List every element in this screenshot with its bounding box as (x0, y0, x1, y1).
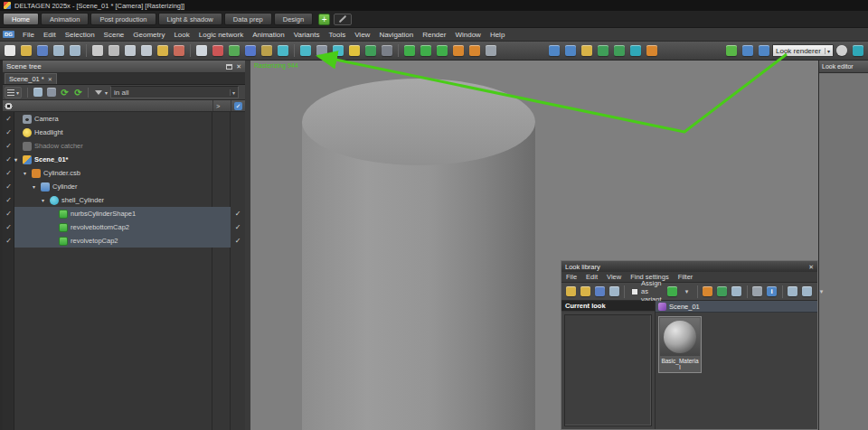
ribbon-tab-data-prep[interactable]: Data prep (224, 13, 272, 25)
new-scene-icon[interactable] (3, 43, 17, 58)
translate-tool-icon[interactable] (211, 43, 225, 58)
compare-views-icon[interactable] (757, 43, 771, 58)
cylinder-top-face[interactable] (302, 79, 535, 165)
visibility-checkmark[interactable]: ✓ (3, 115, 14, 123)
measurement-icon[interactable] (645, 43, 659, 58)
copy-look-icon[interactable] (419, 43, 433, 58)
material-tile[interactable]: Basic_Material (658, 316, 702, 373)
center-pivot-icon[interactable] (276, 43, 290, 58)
render-layers-icon[interactable] (724, 43, 739, 58)
ribbon-tab-home[interactable]: Home (3, 13, 39, 25)
view-options-icon[interactable]: ▾ (816, 285, 828, 298)
duplicate-look-icon[interactable] (593, 285, 606, 298)
tree-menu-button[interactable]: ▾ (5, 87, 22, 98)
scale-tool-icon[interactable] (243, 43, 258, 58)
paste-look-icon[interactable] (435, 43, 449, 58)
visibility-checkmark[interactable]: ✓ (3, 182, 14, 191)
look-table-view-icon[interactable] (608, 285, 620, 298)
visibility-checkmark[interactable]: ✓ (3, 169, 14, 177)
menu-selection[interactable]: Selection (61, 31, 99, 39)
expander-icon[interactable]: ▾ (33, 183, 41, 190)
look-library-menu-edit[interactable]: Edit (581, 273, 602, 281)
shadow-plane-icon[interactable] (380, 43, 394, 58)
tree-row-nurbscylindershape1[interactable]: ✓nurbsCylinderShape1✓ (3, 207, 245, 220)
menu-file[interactable]: File (18, 31, 39, 39)
scroll-to-selection-icon[interactable] (45, 87, 57, 98)
perspective-view-icon[interactable] (331, 43, 345, 58)
node-check-cell[interactable]: ✓ (231, 237, 245, 245)
menu-render[interactable]: Render (418, 31, 450, 39)
rotate-tool-icon[interactable] (227, 43, 241, 58)
paste-icon[interactable] (156, 43, 170, 58)
filter-icon[interactable] (92, 87, 104, 98)
chevron-down-icon[interactable]: ▾ (105, 89, 108, 96)
assign-as-variant-checkbox[interactable]: Assign as variant (631, 279, 662, 304)
current-look-list[interactable] (564, 314, 652, 426)
snapshot-icon[interactable] (741, 43, 755, 58)
library-info-icon[interactable]: i (766, 285, 778, 298)
assign-look-icon[interactable] (666, 285, 679, 298)
render-settings-icon[interactable] (484, 43, 498, 58)
menu-tools[interactable]: Tools (324, 31, 350, 39)
tree-row-headlight[interactable]: ✓Headlight (3, 126, 245, 139)
menu-help[interactable]: Help (486, 31, 509, 39)
refresh-icon[interactable]: ⟳ (59, 87, 71, 98)
menu-edit[interactable]: Edit (39, 31, 61, 39)
menu-logic-network[interactable]: Logic network (194, 31, 248, 39)
scene-tab[interactable]: Scene_01 * ✕ (5, 73, 57, 84)
library-scene-item[interactable]: Scene_01 (656, 301, 817, 313)
link-selection-icon[interactable] (32, 87, 43, 98)
menu-variants[interactable]: Variants (289, 31, 325, 39)
node-check-cell[interactable]: ✓ (231, 210, 245, 218)
visibility-checkmark[interactable]: ✓ (3, 210, 14, 218)
menu-animation[interactable]: Animation (248, 31, 289, 39)
camera-settings-icon[interactable] (315, 43, 329, 58)
check-column-header[interactable]: ✓ (231, 100, 245, 111)
preview-sphere-icon[interactable] (835, 43, 849, 58)
expander-icon[interactable]: ▾ (14, 156, 23, 163)
look-library-menu-filter[interactable]: Filter (674, 273, 698, 281)
search-scope-select[interactable]: in all ▾ (110, 86, 239, 98)
assign-options-icon[interactable]: ▾ (681, 285, 693, 298)
look-editor-body[interactable] (819, 73, 868, 430)
library-browser[interactable]: Scene_01 Basic_Material (656, 301, 817, 429)
close-tab-icon[interactable]: ✕ (48, 76, 52, 82)
import-file-icon[interactable] (52, 43, 66, 58)
undock-icon[interactable] (226, 64, 232, 70)
tree-row-shadow-catcher[interactable]: ✓Shadow catcher (3, 139, 245, 153)
select-tool-icon[interactable] (194, 43, 209, 58)
snap-tool-icon[interactable] (259, 43, 274, 58)
close-icon[interactable]: ✕ (236, 63, 241, 70)
scene-check-icon[interactable] (596, 43, 610, 58)
new-look-icon[interactable] (564, 285, 577, 298)
export-file-icon[interactable] (68, 43, 82, 58)
add-tab-button[interactable]: + (318, 14, 330, 25)
menu-look[interactable]: Look (169, 31, 193, 39)
visibility-column-icon[interactable] (5, 103, 13, 109)
redo-icon[interactable] (107, 43, 121, 58)
look-library-menu-view[interactable]: View (602, 273, 626, 281)
optimize-geometry-icon[interactable] (612, 43, 627, 58)
visibility-checkmark[interactable]: ✓ (3, 237, 14, 245)
expand-column-header[interactable]: > (212, 100, 231, 111)
fit-view-icon[interactable] (298, 43, 313, 58)
visibility-checkmark[interactable]: ✓ (3, 155, 14, 164)
import-look-icon[interactable] (579, 285, 591, 298)
visibility-checkmark[interactable]: ✓ (3, 196, 14, 204)
menu-view[interactable]: View (350, 31, 374, 39)
tree-row-camera[interactable]: ✓Camera (3, 112, 245, 126)
save-look-icon[interactable] (716, 285, 729, 298)
navigate-tool-icon[interactable] (851, 43, 865, 58)
ribbon-tab-light-shadow[interactable]: Light & shadow (158, 13, 222, 25)
scene-tree[interactable]: ✓Camera✓Headlight✓Shadow catcher✓▾Scene_… (3, 112, 245, 430)
close-icon[interactable]: ✕ (808, 264, 814, 270)
icon-view-icon[interactable] (801, 285, 814, 298)
material-editor-icon[interactable] (451, 43, 466, 58)
copy-icon[interactable] (139, 43, 154, 58)
visibility-checkmark[interactable]: ✓ (3, 142, 14, 150)
tree-row-revolvebottomcap2[interactable]: ✓revolvebottomCap2✓ (3, 220, 245, 234)
animation-editor-icon[interactable] (563, 43, 578, 58)
thumbnail-options-icon[interactable] (731, 285, 743, 298)
tree-row-revolvetopcap2[interactable]: ✓revolvetopCap2✓ (3, 234, 245, 248)
cut-icon[interactable] (123, 43, 137, 58)
